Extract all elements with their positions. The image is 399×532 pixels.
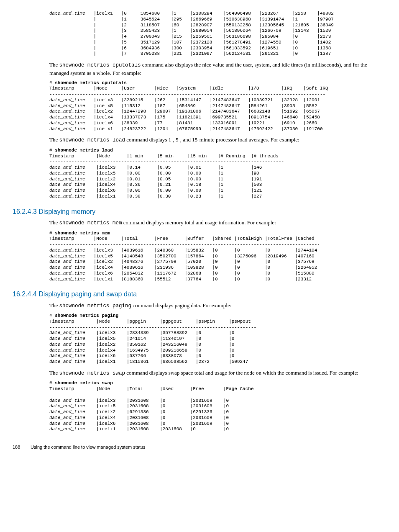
- para4cmd: shownode metrics paging: [59, 303, 131, 309]
- para2b: command displays 1-, 5-, and 15-minute p…: [125, 136, 299, 143]
- top-cpu-table: date_and_time |icelx1 |0 |1854680 |1 |23…: [49, 11, 386, 57]
- cputotals-intro: The shownode metrics cputotals command a…: [49, 61, 386, 77]
- swap-intro: The shownode metrics swap command displa…: [49, 369, 386, 378]
- para5a: The: [49, 370, 59, 376]
- load-intro: The shownode metrics load command displa…: [49, 136, 386, 144]
- paging-table: # shownode metrics paging Timestamp |Nod…: [49, 313, 386, 365]
- para1a: The: [49, 62, 59, 68]
- load-table: # shownode metrics load Timestamp |Node …: [49, 148, 386, 200]
- para3b: command displays memory total and usage …: [122, 219, 276, 226]
- page-footer: 188 Using the command line to view manag…: [13, 444, 386, 450]
- para4b: command displays paging data. For exampl…: [131, 302, 231, 308]
- para4a: The: [49, 302, 59, 308]
- mem-table: # shownode metrics mem Timestamp |Node |…: [49, 231, 386, 283]
- para5cmd: shownode metrics swap: [59, 370, 125, 376]
- para2a: The: [49, 136, 59, 143]
- swap-table: # shownode metrics swap Timestamp |Node …: [49, 380, 386, 432]
- para1cmd: shownode metrics cputotals: [59, 62, 141, 68]
- cputotals-table: # shownode metrics cputotals Timestamp |…: [49, 80, 386, 132]
- para2cmd: shownode metrics load: [59, 137, 125, 143]
- para3cmd: shownode metrics mem: [59, 220, 122, 226]
- page-number: 188: [13, 444, 29, 450]
- para3a: The: [49, 219, 59, 226]
- mem-intro: The shownode metrics mem command display…: [49, 219, 386, 227]
- section-displaying-memory: 16.2.4.3 Displaying memory: [13, 207, 386, 216]
- paging-intro: The shownode metrics paging command disp…: [49, 302, 386, 310]
- section-displaying-paging-swap: 16.2.4.4 Displaying paging and swap data: [13, 290, 386, 299]
- footer-title: Using the command line to view managed s…: [31, 445, 146, 450]
- para5b: command displays swap space total and us…: [125, 370, 358, 376]
